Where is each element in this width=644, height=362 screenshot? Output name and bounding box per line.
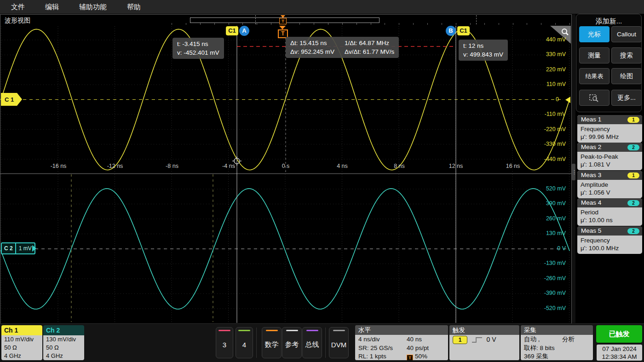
meas-3-card[interactable]: Meas 3 1 Amplitude μ': 1.056 V: [577, 171, 642, 198]
time-tick-label: -4 ns: [213, 163, 245, 169]
horizontal-scale: 4 ns/div: [358, 335, 445, 344]
cursor-a-time: t: -3.415 ns: [177, 40, 219, 48]
meas-2-name: Peak-to-Peak: [581, 153, 639, 161]
meas-5-name: Frequency: [581, 236, 639, 244]
ch2-bandwidth: 4 GHz: [46, 352, 81, 360]
zoom-box-button[interactable]: [579, 90, 610, 106]
cursor-a-channel-badge: C1: [226, 26, 238, 35]
plot-button[interactable]: 绘图: [611, 68, 642, 84]
delta-v: Δv: 952.245 mV: [290, 47, 334, 56]
menu-edit[interactable]: 编辑: [45, 3, 59, 11]
splitter-handle[interactable]: ⋮: [572, 164, 575, 180]
zoom-box-icon: [589, 93, 600, 103]
ch3-button-label: 3: [223, 331, 226, 358]
ch2-v-label: -130 mV: [522, 260, 566, 266]
ch1-zero-label: 0: [515, 96, 559, 103]
triggered-status: 已触发: [596, 325, 642, 343]
bus-button[interactable]: 总线: [302, 327, 322, 358]
trigger-position-arrow-icon: [279, 26, 286, 29]
meas-4-title: Meas 4: [581, 199, 601, 206]
ref-button-label: 参考: [285, 331, 299, 358]
ch2-v-label: -520 mV: [522, 305, 566, 311]
ch1-v-label: -220 mV: [522, 126, 566, 132]
acquisition-panel[interactable]: 采集 自动 , 分析 取样: 8 bits 369 采集: [521, 325, 593, 360]
ch1-label: Ch 1: [1, 325, 42, 335]
date-label: 07 Jan 2024: [597, 345, 642, 353]
ch2-v-label: 520 mV: [522, 185, 566, 192]
datetime-display: 07 Jan 2024 12:38:34 AM: [597, 345, 642, 361]
acquisition-title: 采集: [521, 325, 593, 335]
ch2-reference-marker[interactable]: C 2 1 mV: [1, 242, 35, 254]
cursor-b-voltage: v: 499.843 mV: [463, 50, 503, 59]
time-tick-label: 12 ns: [440, 163, 472, 169]
horizontal-position: 50%: [415, 353, 427, 360]
menu-file[interactable]: 文件: [11, 3, 25, 11]
time-tick-label: -16 ns: [42, 163, 75, 169]
menu-bar: 文件 编辑 辅助功能 帮助: [0, 0, 644, 14]
ch2-v-label: -390 mV: [522, 290, 566, 296]
ch2-reference-pointer-icon: [32, 245, 36, 252]
ch1-v-label: -440 mV: [522, 156, 566, 162]
cursors-button[interactable]: 光标: [579, 26, 610, 42]
meas-5-value: μ': 100.0 MHz: [581, 244, 639, 252]
ch2-settings-badge[interactable]: Ch 2 130 mV/div 50 Ω 4 GHz: [43, 325, 84, 360]
ch4-button[interactable]: 4: [236, 327, 253, 358]
trigger-pos-icon: T: [407, 355, 413, 360]
minimap-trigger-icon: T: [279, 18, 287, 24]
search-button[interactable]: 搜索: [611, 47, 642, 63]
menu-utility[interactable]: 辅助功能: [79, 3, 107, 11]
ch2-impedance: 50 Ω: [46, 344, 81, 352]
bus-button-label: 总线: [305, 331, 319, 358]
meas-1-source-badge: 1: [627, 117, 639, 123]
cursor-b-time: t: 12 ns: [463, 41, 503, 50]
callout-button[interactable]: Callout: [611, 26, 642, 42]
time-tick-label: 8 ns: [383, 163, 415, 169]
horizontal-panel[interactable]: 水平 4 ns/div SR: 25 GS/s RL: 1 kpts 40 ns…: [355, 325, 448, 360]
time-tick-label: 0 s: [270, 163, 302, 169]
waveform-view-tab[interactable]: 波形视图: [5, 17, 30, 25]
acquisition-analyze: 分析: [562, 335, 575, 344]
ch2-reference-label: C 2: [2, 243, 16, 253]
trigger-panel[interactable]: 触发 1 0 V: [449, 325, 519, 360]
acquisition-sample: 取样: 8 bits: [524, 344, 590, 353]
meas-2-value: μ': 1.081 V: [581, 161, 639, 168]
ch3-button[interactable]: 3: [216, 327, 233, 358]
meas-5-card[interactable]: Meas 5 2 Frequency μ': 100.0 MHz: [577, 226, 642, 254]
menu-help[interactable]: 帮助: [127, 3, 141, 11]
meas-4-name: Period: [581, 208, 639, 216]
meas-1-value: μ': 99.96 MHz: [581, 133, 639, 141]
math-button-label: 数学: [265, 331, 279, 358]
meas-2-source-badge: 2: [627, 144, 639, 150]
measure-button[interactable]: 测量: [579, 47, 610, 63]
acquisition-count: 369 采集: [524, 352, 590, 360]
ref-button[interactable]: 参考: [282, 327, 302, 358]
math-button[interactable]: 数学: [262, 327, 282, 358]
graticule-canvas[interactable]: [0, 25, 571, 323]
ch1-settings-badge[interactable]: Ch 1 110 mV/div 50 Ω 4 GHz: [1, 325, 42, 360]
ch1-v-label: 330 mV: [522, 51, 566, 57]
ch2-scale: 130 mV/div: [46, 335, 81, 344]
dvm-button[interactable]: DVM: [329, 327, 349, 358]
results-table-button[interactable]: 结果表: [579, 68, 610, 84]
meas-3-name: Amplitude: [581, 181, 639, 189]
cursor-b-handle[interactable]: B: [446, 26, 456, 36]
meas-5-title: Meas 5: [581, 227, 601, 234]
separator: [325, 328, 326, 358]
cursor-b-channel-badge: C1: [457, 26, 470, 35]
ch2-v-label: -260 mV: [522, 275, 566, 282]
cursor-b-readout: t: 12 ns v: 499.843 mV: [459, 40, 508, 61]
cursor-a-handle[interactable]: A: [239, 26, 249, 36]
add-new-title: 添加新...: [576, 17, 642, 26]
horizontal-window: 40 ns: [407, 335, 429, 344]
meas-2-card[interactable]: Meas 2 2 Peak-to-Peak μ': 1.081 V: [577, 143, 642, 170]
meas-1-name: Frequency: [581, 125, 639, 133]
dvm-button-label: DVM: [331, 331, 346, 358]
ch2-v-label: 390 mV: [522, 200, 566, 207]
ch2-v-label: 260 mV: [522, 215, 566, 222]
meas-4-card[interactable]: Meas 4 2 Period μ': 10.00 ns: [577, 198, 642, 226]
meas-3-title: Meas 3: [581, 172, 601, 178]
minimap-ticks: [172, 23, 570, 25]
meas-1-card[interactable]: Meas 1 1 Frequency μ': 99.96 MHz: [577, 115, 642, 143]
more-button[interactable]: 更多...: [611, 90, 642, 106]
delta-t: Δt: 15.415 ns: [290, 39, 334, 47]
